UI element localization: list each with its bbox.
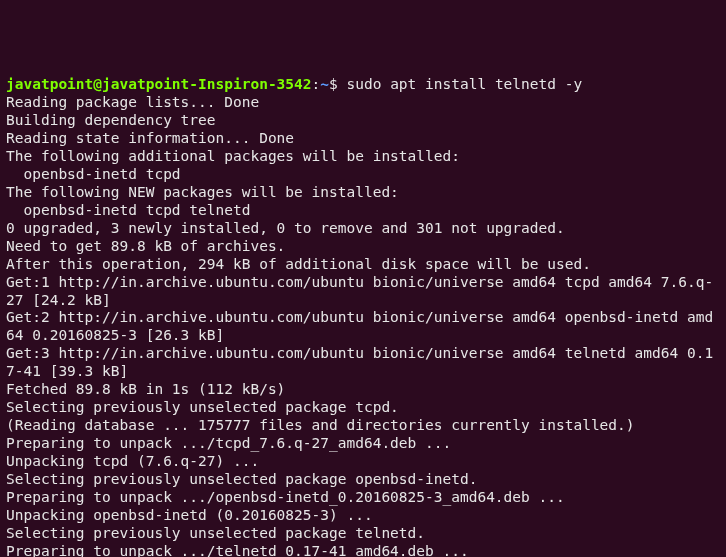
terminal-output: Reading package lists... DoneBuilding de… [6, 94, 720, 557]
output-line: Selecting previously unselected package … [6, 399, 720, 417]
output-line: Preparing to unpack .../telnetd_0.17-41_… [6, 543, 720, 557]
output-line: After this operation, 294 kB of addition… [6, 256, 720, 274]
output-line: 0 upgraded, 3 newly installed, 0 to remo… [6, 220, 720, 238]
output-line: Get:3 http://in.archive.ubuntu.com/ubunt… [6, 345, 720, 381]
output-line: (Reading database ... 175777 files and d… [6, 417, 720, 435]
output-line: Unpacking tcpd (7.6.q-27) ... [6, 453, 720, 471]
command-text: sudo apt install telnetd -y [338, 76, 582, 92]
output-line: The following additional packages will b… [6, 148, 720, 166]
output-line: Need to get 89.8 kB of archives. [6, 238, 720, 256]
output-line: Reading package lists... Done [6, 94, 720, 112]
terminal[interactable]: javatpoint@javatpoint-Inspiron-3542:~$ s… [6, 76, 720, 557]
prompt-user-host: javatpoint@javatpoint-Inspiron-3542 [6, 76, 312, 92]
output-line: Reading state information... Done [6, 130, 720, 148]
output-line: Get:2 http://in.archive.ubuntu.com/ubunt… [6, 309, 720, 345]
output-line: Unpacking openbsd-inetd (0.20160825-3) .… [6, 507, 720, 525]
output-line: Building dependency tree [6, 112, 720, 130]
output-line: Selecting previously unselected package … [6, 471, 720, 489]
prompt-colon: : [312, 76, 321, 92]
output-line: Selecting previously unselected package … [6, 525, 720, 543]
output-line: openbsd-inetd tcpd telnetd [6, 202, 720, 220]
output-line: Preparing to unpack .../openbsd-inetd_0.… [6, 489, 720, 507]
output-line: Get:1 http://in.archive.ubuntu.com/ubunt… [6, 274, 720, 310]
prompt-sigil: $ [329, 76, 338, 92]
prompt-path: ~ [320, 76, 329, 92]
output-line: openbsd-inetd tcpd [6, 166, 720, 184]
output-line: Preparing to unpack .../tcpd_7.6.q-27_am… [6, 435, 720, 453]
output-line: The following NEW packages will be insta… [6, 184, 720, 202]
prompt-line: javatpoint@javatpoint-Inspiron-3542:~$ s… [6, 76, 720, 94]
output-line: Fetched 89.8 kB in 1s (112 kB/s) [6, 381, 720, 399]
